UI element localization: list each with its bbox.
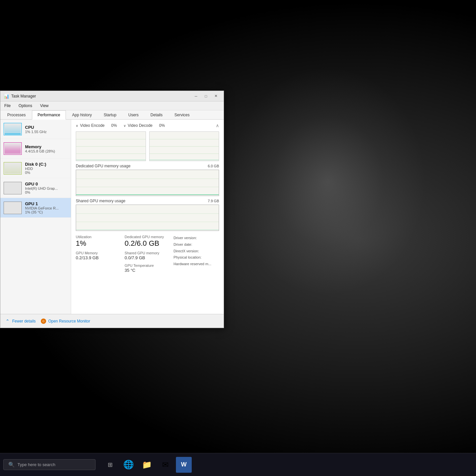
search-placeholder: Type here to search xyxy=(17,462,55,467)
utilization-value: 1% xyxy=(76,239,121,248)
shared-gpu-memory-max: 7.9 GB xyxy=(208,199,219,203)
dedicated-gpu-memory-row: Dedicated GPU memory usage 6.0 GB xyxy=(76,164,219,168)
shared-memory-label: Shared GPU memory xyxy=(125,251,170,255)
dedicated-gpu-memory-label: Dedicated GPU memory usage xyxy=(76,164,130,168)
chevron-down-icon: ∨ xyxy=(76,124,78,127)
tab-performance[interactable]: Performance xyxy=(32,110,66,120)
gpu-memory-label: GPU Memory xyxy=(76,251,121,255)
tab-users[interactable]: Users xyxy=(123,110,144,119)
scrollbar-up-icon: ∧ xyxy=(216,123,219,128)
taskbar: 🔍 Type here to search ⊞ 🌐 📁 ✉ W xyxy=(0,453,476,476)
open-resource-monitor-label: Open Resource Monitor xyxy=(48,319,90,323)
desktop-background-glow xyxy=(229,66,427,296)
memory-label: Memory xyxy=(25,144,68,149)
disk-thumbnail xyxy=(4,162,22,175)
gpu-temperature-label: GPU Temperature xyxy=(125,264,170,267)
gpu0-label: GPU 0 xyxy=(25,182,68,186)
sidebar-item-disk0[interactable]: Disk 0 (C:) HDD 0% xyxy=(0,158,71,178)
dedicated-memory-label: Dedicated GPU memory xyxy=(125,235,170,239)
shared-gpu-memory-label: Shared GPU memory usage xyxy=(76,199,126,203)
fewer-details-label: Fewer details xyxy=(12,319,36,323)
minimize-button[interactable]: ─ xyxy=(191,93,201,99)
tm-body: CPU 1% 1.55 GHz Memory 4.4/15.8 GB (28%) xyxy=(0,120,224,314)
cpu-label: CPU xyxy=(25,125,68,130)
menu-file[interactable]: File xyxy=(0,102,14,109)
video-encode-label: Video Encode xyxy=(80,123,105,128)
sidebar-item-gpu0[interactable]: GPU 0 Intel(R) UHD Grap... 0% xyxy=(0,178,71,198)
utilization-col: Utilization 1% GPU Memory 0.2/13.9 GB xyxy=(76,235,121,273)
menubar: File Options View xyxy=(0,101,224,110)
tab-app-history[interactable]: App history xyxy=(67,110,98,119)
dedicated-gpu-memory-graph xyxy=(76,170,219,196)
video-decode-graph xyxy=(149,131,219,161)
shared-gpu-memory-graph xyxy=(76,205,219,231)
video-decode-label: Video Decode xyxy=(128,123,153,128)
gpu1-sublabel: NVIDIA GeForce R... xyxy=(25,206,68,210)
sidebar: CPU 1% 1.55 GHz Memory 4.4/15.8 GB (28%) xyxy=(0,120,71,314)
disk-sublabel: HDD xyxy=(25,167,68,171)
hardware-reserved-label: Hardware reserved m... xyxy=(174,261,219,267)
tab-services[interactable]: Services xyxy=(169,110,195,119)
driver-date-label: Driver date: xyxy=(174,241,219,248)
close-button[interactable]: ✕ xyxy=(211,93,220,99)
gpu1-pct: 1% (35 °C) xyxy=(25,210,68,214)
up-arrow-icon: ⌃ xyxy=(5,319,10,324)
gpu1-label: GPU 1 xyxy=(25,201,68,206)
titlebar: 📊 Task Manager ─ □ ✕ xyxy=(0,91,224,101)
window-controls: ─ □ ✕ xyxy=(191,93,220,99)
video-decode-pct: 0% xyxy=(159,123,165,128)
sidebar-item-memory[interactable]: Memory 4.4/15.8 GB (28%) xyxy=(0,139,71,158)
driver-info-col: Driver version: Driver date: DirectX ver… xyxy=(174,235,219,273)
resource-monitor-icon: ⊙ xyxy=(41,319,46,324)
memory-thumbnail xyxy=(4,142,22,155)
video-encode-graph xyxy=(76,131,146,161)
video-encode-decode-header: ∨ Video Encode 0% ∨ Video Decode 0% ∧ xyxy=(76,123,219,128)
tab-bar: Processes Performance App history Startu… xyxy=(0,110,224,120)
chevron-down-icon-2: ∨ xyxy=(124,124,126,127)
dedicated-gpu-memory-max: 6.0 GB xyxy=(208,164,219,168)
menu-view[interactable]: View xyxy=(36,102,53,109)
task-manager-window: 📊 Task Manager ─ □ ✕ File Options View P… xyxy=(0,91,224,328)
disk-label: Disk 0 (C:) xyxy=(25,162,68,167)
sidebar-item-gpu1[interactable]: GPU 1 NVIDIA GeForce R... 1% (35 °C) xyxy=(0,198,71,218)
task-manager-icon: 📊 xyxy=(4,94,9,99)
explorer-button[interactable]: 📁 xyxy=(139,457,155,473)
sidebar-item-cpu[interactable]: CPU 1% 1.55 GHz xyxy=(0,120,71,139)
search-bar[interactable]: 🔍 Type here to search xyxy=(3,459,96,470)
gpu1-thumbnail xyxy=(4,202,22,214)
edge-button[interactable]: 🌐 xyxy=(121,457,136,473)
window-title: Task Manager xyxy=(11,94,36,98)
tab-details[interactable]: Details xyxy=(145,110,168,119)
utilization-label: Utilization xyxy=(76,235,121,239)
gpu0-sublabel: Intel(R) UHD Grap... xyxy=(25,186,68,190)
stats-row: Utilization 1% GPU Memory 0.2/13.9 GB De… xyxy=(76,235,219,273)
cpu-thumbnail xyxy=(4,123,22,135)
shared-memory-value: 0.0/7.9 GB xyxy=(125,255,170,260)
dedicated-memory-value: 0.2/6.0 GB xyxy=(125,239,170,248)
memory-sublabel: 4.4/15.8 GB (28%) xyxy=(25,149,68,153)
dedicated-memory-col: Dedicated GPU memory 0.2/6.0 GB Shared G… xyxy=(125,235,170,273)
main-panel: ∨ Video Encode 0% ∨ Video Decode 0% ∧ xyxy=(71,120,224,314)
shared-gpu-memory-row: Shared GPU memory usage 7.9 GB xyxy=(76,199,219,203)
maximize-button[interactable]: □ xyxy=(201,93,210,99)
tab-processes[interactable]: Processes xyxy=(2,110,31,119)
gpu-memory-value: 0.2/13.9 GB xyxy=(76,255,121,260)
taskbar-icons: ⊞ 🌐 📁 ✉ W xyxy=(102,457,192,473)
directx-label: DirectX version: xyxy=(174,248,219,255)
footer: ⌃ Fewer details ⊙ Open Resource Monitor xyxy=(0,314,224,328)
gpu-temperature-value: 35 °C xyxy=(125,268,170,273)
tab-startup[interactable]: Startup xyxy=(98,110,122,119)
search-icon: 🔍 xyxy=(8,462,15,468)
disk-pct: 0% xyxy=(25,171,68,175)
open-resource-monitor-button[interactable]: ⊙ Open Resource Monitor xyxy=(41,319,90,324)
mail-button[interactable]: ✉ xyxy=(157,457,173,473)
driver-version-label: Driver version: xyxy=(174,235,219,241)
word-button[interactable]: W xyxy=(176,457,192,473)
physical-location-label: Physical location: xyxy=(174,254,219,261)
cpu-sublabel: 1% 1.55 GHz xyxy=(25,130,68,134)
menu-options[interactable]: Options xyxy=(14,102,36,109)
gpu0-thumbnail xyxy=(4,182,22,194)
video-encode-pct: 0% xyxy=(111,123,117,128)
fewer-details-button[interactable]: ⌃ Fewer details xyxy=(5,319,36,324)
task-view-button[interactable]: ⊞ xyxy=(102,457,118,473)
